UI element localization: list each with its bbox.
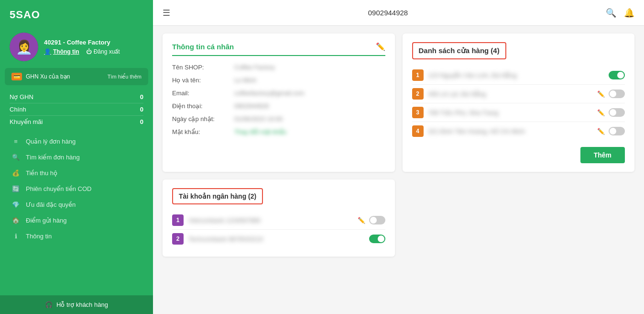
edit-bank-1-icon[interactable]: ✏️ [358, 217, 365, 224]
store-toggle-1[interactable] [609, 71, 625, 79]
bank-actions-1: ✏️ [358, 216, 385, 224]
nav-thongtin[interactable]: ℹ Thông tin [0, 228, 153, 244]
nav-diemguihang[interactable]: 🏠 Điểm gửi hàng [0, 213, 153, 228]
bell-icon[interactable]: 🔔 [624, 8, 634, 18]
add-store-button[interactable]: Thêm [580, 147, 625, 163]
bank-name-1: Vietcombank 1234567890 [188, 217, 353, 224]
field-email: Email: coffeefactory@gmail.com [172, 90, 385, 97]
stat-khuyenmai-value: 0 [140, 118, 143, 125]
stat-noghn-label: Nợ GHN [10, 93, 33, 101]
empty-area [403, 179, 635, 257]
credit-card-icon: 💳 [11, 73, 22, 80]
nav-quanly-label: Quản lý đơn hàng [26, 138, 76, 145]
nav-quanly[interactable]: ≡ Quản lý đơn hàng [0, 134, 153, 149]
bank-account-card: Tài khoản ngân hàng (2) 1 Vietcombank 12… [163, 179, 395, 257]
nav-tienthuho-label: Tiền thu hộ [26, 169, 57, 177]
edit-store-4-icon[interactable]: ✏️ [597, 128, 605, 135]
ghn-label: GHN Xu của bạn [26, 73, 70, 80]
logout-icon: ⏻ [86, 48, 92, 55]
store-num-4: 4 [412, 125, 424, 137]
user-links: 👤 Thông tin ⏻ Đăng xuất [44, 48, 143, 55]
value-email: coffeefactory@gmail.com [234, 90, 305, 97]
store-actions-4: ✏️ [597, 127, 625, 135]
store-name-2: 456 Lê Lợi, Đà Nẵng [428, 90, 593, 98]
nav-tienthuho[interactable]: 💰 Tiền thu hộ [0, 165, 153, 181]
store-name-1: 123 Nguyễn Văn Linh, Đà Nẵng [428, 72, 604, 79]
store-actions-1 [609, 71, 625, 79]
username: 40291 - Coffee Factory [44, 39, 143, 46]
home-icon: 🏠 [11, 217, 20, 224]
bank-toggle-1[interactable] [369, 216, 385, 224]
store-toggle-2[interactable] [609, 90, 625, 98]
nav-timkiem-label: Tìm kiếm đơn hàng [26, 154, 80, 161]
dangxuat-link[interactable]: ⏻ Đăng xuất [86, 48, 120, 55]
nav-phienchuyentien[interactable]: 🔄 Phiên chuyển tiền COD [0, 181, 153, 197]
store-toggle-4[interactable] [609, 127, 625, 135]
store-name-4: 321 Đinh Tiên Hoàng, Hồ Chí Minh [428, 128, 593, 135]
avatar: 👩‍💼 [10, 33, 38, 61]
bank-toggle-2[interactable] [369, 235, 385, 243]
stat-noghn: Nợ GHN 0 [10, 91, 143, 103]
logo: 5SAO [0, 0, 153, 28]
store-toggle-3[interactable] [609, 108, 625, 117]
value-dienthoai: 0902944928 [234, 102, 269, 110]
nav-uudai[interactable]: 💎 Ưu đãi đặc quyền [0, 197, 153, 213]
nav-diemguihang-label: Điểm gửi hàng [26, 217, 66, 224]
search-icon[interactable]: 🔍 [606, 8, 616, 18]
edit-personal-icon[interactable]: ✏️ [376, 42, 385, 51]
bank-actions-2 [369, 235, 385, 243]
user-info: 40291 - Coffee Factory 👤 Thông tin ⏻ Đăn… [44, 39, 143, 55]
store-list-card: Danh sách cửa hàng (4) 1 123 Nguyễn Văn … [403, 34, 635, 172]
value-tenshop: Coffee Factory [234, 64, 275, 71]
avatar-image: 👩‍💼 [10, 33, 38, 61]
store-actions-3: ✏️ [597, 108, 625, 117]
store-actions-2: ✏️ [597, 90, 625, 98]
thongtin-link[interactable]: 👤 Thông tin [44, 48, 79, 55]
ghn-learn-more[interactable]: Tìm hiểu thêm [108, 74, 142, 80]
search-nav-icon: 🔍 [11, 154, 20, 161]
stats-section: Nợ GHN 0 Chính 0 Khuyến mãi 0 [0, 89, 153, 130]
content-area: Thông tin cá nhân ✏️ Tên SHOP: Coffee Fa… [153, 26, 644, 314]
toggle-knob-1 [617, 72, 624, 78]
stat-chinh-value: 0 [140, 106, 143, 113]
stat-chinh: Chính 0 [10, 103, 143, 116]
ghn-section: 💳 GHN Xu của bạn Tìm hiểu thêm [5, 68, 148, 85]
stat-khuyenmai: Khuyến mãi 0 [10, 116, 143, 128]
nav-menu: ≡ Quản lý đơn hàng 🔍 Tìm kiếm đơn hàng 💰… [0, 130, 153, 295]
ghn-left: 💳 GHN Xu của bạn [11, 73, 70, 80]
main-content: ☰ 0902944928 🔍 🔔 Thông tin cá nhân ✏️ Tê… [153, 0, 644, 314]
store-list: 1 123 Nguyễn Văn Linh, Đà Nẵng 2 456 Lê … [412, 66, 625, 140]
user-section: 👩‍💼 40291 - Coffee Factory 👤 Thông tin ⏻… [0, 28, 153, 68]
edit-store-3-icon[interactable]: ✏️ [597, 109, 605, 116]
store-item-1: 1 123 Nguyễn Văn Linh, Đà Nẵng [412, 66, 625, 85]
value-matkhau[interactable]: Thay đổi mật khẩu [234, 128, 286, 135]
store-item-4: 4 321 Đinh Tiên Hoàng, Hồ Chí Minh ✏️ [412, 122, 625, 140]
topbar-left: ☰ [163, 8, 170, 18]
label-ngaycapnhat: Ngày cập nhật: [172, 115, 234, 123]
store-name-3: 789 Trần Phú, Nha Trang [428, 109, 593, 116]
bank-item-2: 2 Techcombank 9876543210 [172, 230, 385, 248]
value-hoten: Le Minh [234, 77, 256, 84]
nav-timkiem[interactable]: 🔍 Tìm kiếm đơn hàng [0, 149, 153, 165]
personal-info-header: Thông tin cá nhân ✏️ [172, 42, 385, 56]
label-hoten: Họ và tên: [172, 77, 234, 84]
list-icon: ≡ [11, 138, 20, 145]
store-list-header: Danh sách cửa hàng (4) [412, 42, 506, 59]
toggle-knob-4 [610, 128, 616, 135]
store-item-2: 2 456 Lê Lợi, Đà Nẵng ✏️ [412, 85, 625, 103]
store-num-2: 2 [412, 88, 424, 100]
support-label: Hỗ trợ khách hàng [56, 301, 108, 308]
hamburger-icon[interactable]: ☰ [163, 8, 170, 18]
field-dienthoai: Điện thoại: 0902944928 [172, 102, 385, 110]
person-icon: 👤 [44, 48, 51, 55]
nav-thongtin-label: Thông tin [26, 233, 52, 240]
support-button[interactable]: 🎧 Hỗ trợ khách hàng [0, 295, 153, 314]
bank-num-1: 1 [172, 214, 184, 226]
bank-account-header: Tài khoản ngân hàng (2) [172, 188, 263, 204]
label-matkhau: Mật khẩu: [172, 128, 234, 135]
bank-name-2: Techcombank 9876543210 [188, 236, 364, 243]
edit-store-2-icon[interactable]: ✏️ [597, 90, 605, 98]
toggle-knob-3 [610, 109, 616, 116]
store-add-section: Thêm [412, 147, 625, 163]
personal-info-card: Thông tin cá nhân ✏️ Tên SHOP: Coffee Fa… [163, 34, 395, 172]
